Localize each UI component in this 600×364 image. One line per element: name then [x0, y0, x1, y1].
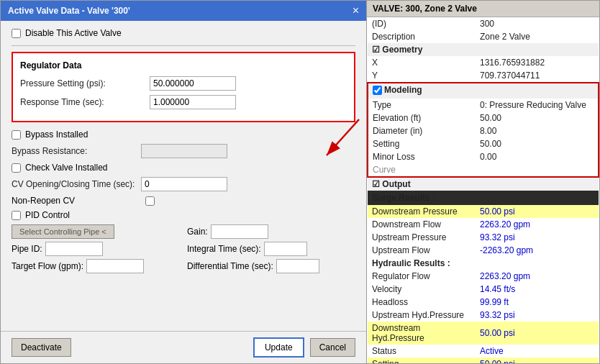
- table-row: Velocity14.45 ft/s: [368, 283, 599, 296]
- left-dialog-panel: Active Valve Data - Valve '300' × Disabl…: [0, 0, 367, 364]
- table-row: Upstream Hyd.Pressure93.32 psi: [368, 309, 599, 322]
- regulator-section-title: Regulator Data: [20, 60, 347, 70]
- table-row: Regulator Flow2263.20 gpm: [368, 270, 599, 283]
- table-row: Downstream Pressure50.00 psi: [368, 205, 599, 218]
- bypass-checkbox[interactable]: [12, 130, 21, 140]
- disable-label: Disable This Active Valve: [25, 28, 122, 38]
- pipe-id-input[interactable]: [45, 242, 103, 256]
- table-row: Minor Loss0.00: [368, 150, 599, 163]
- dialog-title: Active Valve Data - Valve '300': [8, 6, 130, 16]
- table-row: Setting50.00 psi: [368, 358, 599, 364]
- response-time-input[interactable]: [150, 95, 236, 109]
- select-pipe-button[interactable]: Select Controlling Pipe <: [12, 224, 114, 239]
- update-button[interactable]: Update: [253, 337, 304, 358]
- check-valve-label: Check Valve Installed: [25, 163, 108, 173]
- right-panel-title: VALVE: 300, Zone 2 Valve: [367, 1, 599, 17]
- table-row: DescriptionZone 2 Valve: [368, 30, 599, 43]
- cv-time-input[interactable]: [141, 177, 227, 191]
- integral-time-label: Integral Time (sec):: [187, 244, 261, 254]
- table-row: Upstream Flow-2263.20 gpm: [368, 244, 599, 257]
- table-row: Elevation (ft)50.00: [368, 112, 599, 124]
- table-row: Y709.737044711: [368, 69, 599, 83]
- table-row: X1316.765931882: [368, 56, 599, 69]
- table-row: Upstream Pressure93.32 psi: [368, 231, 599, 244]
- cv-time-label: CV Opening/Closing Time (sec):: [12, 179, 141, 189]
- title-bar: Active Valve Data - Valve '300' ×: [1, 1, 366, 21]
- table-row: Diameter (in)8.00: [368, 124, 599, 137]
- disable-checkbox[interactable]: [12, 29, 21, 38]
- close-button[interactable]: ×: [353, 5, 359, 17]
- table-row: ☑ Output: [368, 177, 599, 191]
- integral-time-input[interactable]: [264, 242, 307, 256]
- table-row: Type0: Pressure Reducing Valve: [368, 99, 599, 112]
- table-row: Surge Results :: [368, 191, 599, 205]
- differential-time-cell: Differential Time (sec):: [187, 259, 355, 273]
- table-row: Setting50.00: [368, 137, 599, 150]
- panel-body: Disable This Active Valve Regulator Data…: [1, 21, 366, 331]
- response-time-row: Response Time (sec):: [20, 95, 347, 109]
- deactivate-button[interactable]: Deactivate: [12, 338, 71, 357]
- pressure-setting-input[interactable]: [150, 76, 236, 91]
- regulator-section: Regulator Data Pressure Setting (psi): R…: [12, 52, 355, 122]
- non-reopen-label: Non-Reopen CV: [12, 196, 141, 206]
- table-row: Modeling: [368, 83, 599, 99]
- response-time-label: Response Time (sec):: [20, 97, 150, 107]
- pid-checkbox[interactable]: [12, 211, 21, 220]
- table-row: ☑ Geometry: [368, 43, 599, 56]
- table-row: Downstream Hyd.Pressure50.00 psi: [368, 322, 599, 345]
- pipe-id-label: Pipe ID:: [12, 244, 42, 254]
- right-panel: VALVE: 300, Zone 2 Valve (ID)300Descript…: [367, 0, 600, 364]
- table-row: StatusActive: [368, 345, 599, 358]
- bypass-label: Bypass Installed: [25, 129, 88, 140]
- bottom-bar: Deactivate Update Cancel: [1, 331, 366, 363]
- table-row: Hydraulic Results :: [368, 257, 599, 270]
- gain-input[interactable]: [211, 224, 268, 239]
- target-flow-input[interactable]: [86, 259, 144, 273]
- non-reopen-checkbox[interactable]: [145, 196, 155, 206]
- target-flow-cell: Target Flow (gpm):: [12, 259, 180, 273]
- integral-time-cell: Integral Time (sec):: [187, 242, 355, 256]
- property-table: (ID)300DescriptionZone 2 Valve☑ Geometry…: [367, 17, 599, 363]
- pid-label: PID Control: [25, 210, 70, 220]
- bypass-resistance-label: Bypass Resistance:: [12, 146, 141, 156]
- check-valve-row: Check Valve Installed: [12, 163, 355, 173]
- bypass-resistance-input[interactable]: [141, 144, 227, 158]
- disable-row: Disable This Active Valve: [12, 28, 355, 38]
- property-table-wrap: (ID)300DescriptionZone 2 Valve☑ Geometry…: [367, 17, 599, 363]
- table-row: (ID)300: [368, 17, 599, 30]
- bypass-resistance-row: Bypass Resistance:: [12, 144, 355, 158]
- target-flow-label: Target Flow (gpm):: [12, 261, 83, 271]
- pipe-id-cell: Pipe ID:: [12, 242, 180, 256]
- pressure-setting-row: Pressure Setting (psi):: [20, 76, 347, 91]
- cv-time-row: CV Opening/Closing Time (sec):: [12, 177, 355, 191]
- table-row: Downstream Flow2263.20 gpm: [368, 218, 599, 231]
- cancel-button[interactable]: Cancel: [310, 338, 355, 357]
- pid-row: PID Control: [12, 210, 355, 220]
- pid-fields: Select Controlling Pipe < Gain: Pipe ID:…: [12, 224, 355, 273]
- differential-time-label: Differential Time (sec):: [187, 261, 273, 271]
- bypass-row: Bypass Installed: [12, 129, 355, 140]
- table-row: Curve: [368, 163, 599, 177]
- check-valve-checkbox[interactable]: [12, 163, 21, 173]
- table-row: Headloss99.99 ft: [368, 296, 599, 309]
- non-reopen-row: Non-Reopen CV: [12, 196, 355, 206]
- gain-label: Gain:: [187, 227, 208, 237]
- divider-1: [12, 45, 355, 46]
- select-pipe-cell: Select Controlling Pipe <: [12, 224, 180, 239]
- differential-time-input[interactable]: [276, 259, 319, 273]
- gain-cell: Gain:: [187, 224, 355, 239]
- pressure-setting-label: Pressure Setting (psi):: [20, 78, 150, 88]
